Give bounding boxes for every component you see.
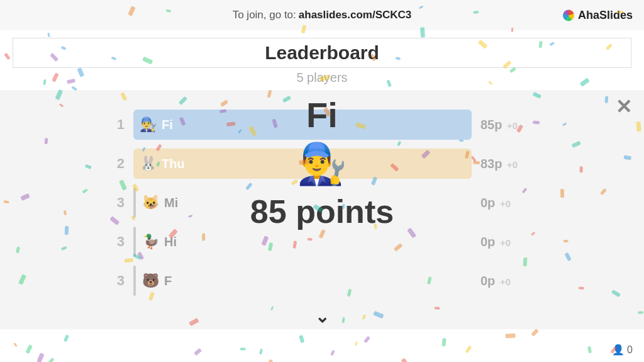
points-delta: +0 <box>500 276 511 287</box>
brand-text: AhaSlides <box>578 9 633 22</box>
player-label: 🐱Mi <box>142 195 178 211</box>
score-bar: 🐻F <box>133 266 472 296</box>
rank-number: 3 <box>107 273 125 289</box>
bar-fill <box>133 266 136 296</box>
score-value: 0p +0 <box>480 196 537 210</box>
person-icon: 👤 <box>612 344 625 356</box>
leaderboard-row: 3🦆Hi0p +0 <box>107 226 537 257</box>
rank-number: 3 <box>107 195 125 211</box>
score-bar: 🦆Hi <box>133 227 472 257</box>
points: 0p <box>480 235 495 249</box>
participant-count: 0 <box>627 344 633 356</box>
points: 83p <box>480 157 502 171</box>
score-bar: 👨‍🔧Fi <box>133 110 472 140</box>
join-url: ahaslides.com/SCKC3 <box>299 9 412 21</box>
chevron-down-icon[interactable]: ⌄ <box>315 306 330 327</box>
points-delta: +0 <box>500 237 511 248</box>
avatar-icon: 🐰 <box>140 156 157 172</box>
leaderboard-row: 3🐱Mi0p +0 <box>107 187 537 218</box>
avatar-icon: 🐻 <box>142 273 159 289</box>
score-value: 83p +0 <box>480 157 537 171</box>
page-title: Leaderboard <box>13 38 631 68</box>
close-icon[interactable]: ✕ <box>616 96 633 116</box>
points: 85p <box>480 118 502 132</box>
leaderboard-row: 3🐻F0p +0 <box>107 265 537 297</box>
player-name: F <box>164 274 172 288</box>
rank-number: 2 <box>107 156 125 172</box>
player-count: 5 players <box>0 71 644 85</box>
player-label: 🦆Hi <box>142 234 177 250</box>
bar-fill <box>133 188 136 218</box>
player-name: Mi <box>164 196 178 210</box>
leaderboard-row: 2🐰Thu83p +0 <box>107 148 537 179</box>
points: 0p <box>480 274 495 288</box>
score-bar: 🐱Mi <box>133 188 472 218</box>
rank-number: 1 <box>107 116 125 133</box>
brand-logo: AhaSlides <box>563 9 633 22</box>
score-value: 85p +0 <box>480 118 537 132</box>
brand-icon <box>563 9 574 21</box>
bar-fill: 🐰Thu <box>133 149 472 179</box>
participant-counter: 👤 0 <box>612 344 633 356</box>
points-delta: +0 <box>507 159 518 170</box>
rank-number: 3 <box>107 234 125 250</box>
avatar-icon: 🦆 <box>142 234 159 250</box>
bar-fill: 👨‍🔧Fi <box>133 110 472 140</box>
points: 0p <box>480 196 495 210</box>
points-delta: +0 <box>500 198 511 209</box>
player-name: Hi <box>164 235 177 249</box>
score-value: 0p +0 <box>480 235 537 249</box>
score-bar: 🐰Thu <box>133 149 472 179</box>
score-value: 0p +0 <box>480 274 537 288</box>
player-label: 🐻F <box>142 273 172 289</box>
points-delta: +0 <box>507 120 518 131</box>
avatar-icon: 🐱 <box>142 195 159 211</box>
top-bar: To join, go to: ahaslides.com/SCKC3 AhaS… <box>0 0 644 30</box>
leaderboard-area: ✕ 1👨‍🔧Fi85p +02🐰Thu83p +03🐱Mi0p +03🦆Hi0p… <box>0 90 644 329</box>
bar-fill <box>133 227 136 257</box>
join-instruction: To join, go to: <box>233 9 296 21</box>
avatar-icon: 👨‍🔧 <box>140 116 157 133</box>
player-name: Fi <box>162 118 173 132</box>
leaderboard-row: 1👨‍🔧Fi85p +0 <box>107 109 537 140</box>
player-name: Thu <box>162 157 185 171</box>
